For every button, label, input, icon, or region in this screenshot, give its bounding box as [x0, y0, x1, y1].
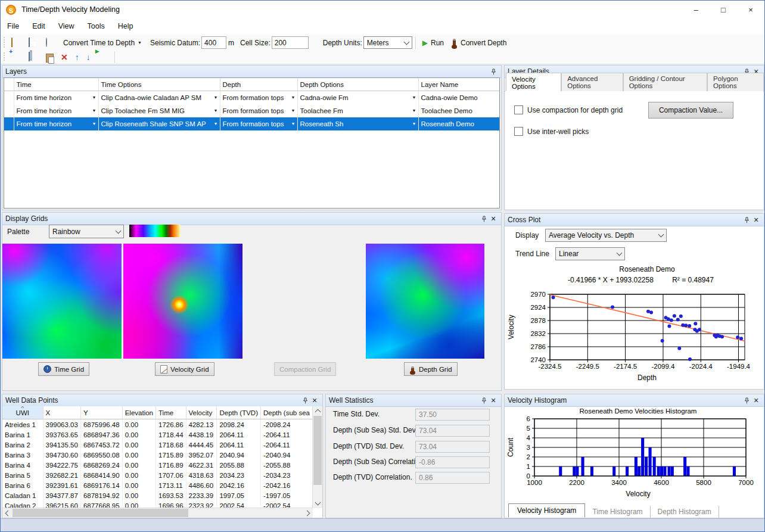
- checkbox-icon: [514, 127, 523, 136]
- scroll-right-icon[interactable]: [303, 508, 313, 518]
- scrollbar-thumb[interactable]: [13, 509, 188, 517]
- delete-layer-button[interactable]: ✕: [57, 50, 71, 64]
- table-row[interactable]: Caladan 1394377.876878194.920.001693.532…: [2, 490, 313, 500]
- depth-options-dropdown[interactable]: Cadna-owie Fm▼: [297, 91, 418, 105]
- copy-layer-button[interactable]: [25, 50, 42, 64]
- use-compaction-checkbox[interactable]: Use compaction for depth grid: [514, 105, 623, 114]
- row-selector[interactable]: [4, 104, 14, 117]
- close-panel-icon[interactable]: ×: [751, 396, 761, 405]
- menu-edit[interactable]: Edit: [26, 18, 52, 35]
- velocity-grid-button[interactable]: Velocity Grid: [155, 362, 214, 376]
- table-row[interactable]: Barina 2394135.506867453.720.001718.6844…: [2, 440, 313, 450]
- toolbar-grip[interactable]: [2, 52, 5, 61]
- tab-time-histogram[interactable]: Time Histogram: [585, 506, 650, 518]
- open-button[interactable]: [8, 36, 25, 50]
- tab-advanced-options[interactable]: Advanced Options: [561, 73, 623, 91]
- run-layer-button[interactable]: ▶: [94, 50, 111, 64]
- minimize-button[interactable]: –: [682, 1, 710, 18]
- scroll-up-icon[interactable]: [313, 406, 322, 416]
- layer-row[interactable]: From time horizon▼ Clip Toolachee Fm SM …: [4, 104, 500, 117]
- tab-depth-histogram[interactable]: Depth Histogram: [651, 506, 719, 518]
- paste-layer-button[interactable]: [42, 50, 57, 64]
- convert-time-to-depth-button[interactable]: Convert Time to Depth ▼: [60, 36, 145, 50]
- pin-icon[interactable]: [742, 215, 751, 225]
- menu-help[interactable]: Help: [111, 18, 140, 35]
- tab-gridding-contour-options[interactable]: Gridding / Contour Options: [623, 73, 707, 91]
- column-header-velocity[interactable]: Velocity: [186, 406, 217, 419]
- table-row[interactable]: Barina 5392682.216868414.900.001707.0643…: [2, 470, 313, 480]
- layer-row-selected[interactable]: From time horizon▼ Clip Roseneath Shale …: [4, 117, 500, 130]
- column-header-x[interactable]: X: [43, 406, 80, 419]
- column-header-depth-subsea[interactable]: Depth (sub sea: [260, 406, 312, 419]
- maximize-button[interactable]: □: [710, 1, 737, 18]
- display-value: Average Velocity vs. Depth: [549, 231, 634, 239]
- close-panel-icon[interactable]: ×: [489, 396, 498, 405]
- depth-options-dropdown[interactable]: Toolachee Fm▼: [297, 104, 418, 117]
- depth-dropdown[interactable]: From formation tops▼: [220, 91, 297, 105]
- add-layer-button[interactable]: +: [8, 50, 25, 64]
- layer-name-cell[interactable]: Toolachee Demo: [418, 104, 500, 117]
- cell-size-input[interactable]: 200: [272, 36, 309, 49]
- time-dropdown[interactable]: From time horizon▼: [14, 91, 98, 105]
- time-options-dropdown[interactable]: Clip Roseneath Shale SNP SM AP▼: [98, 117, 220, 130]
- convert-depth-button[interactable]: Convert Depth: [447, 36, 510, 50]
- tab-velocity-options[interactable]: Velocity Options: [506, 73, 561, 92]
- run-button[interactable]: ▶ Run: [419, 36, 447, 50]
- column-header-uwi[interactable]: ^UWI: [2, 406, 43, 419]
- scroll-left-icon[interactable]: [2, 508, 12, 518]
- tab-polygon-options[interactable]: Polygon Options: [707, 73, 764, 91]
- close-panel-icon[interactable]: ×: [489, 214, 498, 223]
- seismic-datum-input[interactable]: 400: [201, 36, 226, 49]
- pin-icon[interactable]: [479, 396, 489, 405]
- refresh-button[interactable]: [42, 36, 60, 50]
- display-select[interactable]: Average Velocity vs. Depth: [545, 229, 667, 242]
- menu-view[interactable]: View: [52, 18, 81, 35]
- palette-select[interactable]: Rainbow: [49, 225, 124, 238]
- depth-dropdown[interactable]: From formation tops▼: [220, 117, 297, 130]
- horizontal-scrollbar[interactable]: [2, 508, 313, 518]
- close-panel-icon[interactable]: ×: [751, 215, 761, 225]
- column-header-y[interactable]: Y: [80, 406, 122, 419]
- toolbar-grip[interactable]: [2, 37, 5, 48]
- trend-line-select[interactable]: Linear: [555, 247, 625, 260]
- time-dropdown[interactable]: From time horizon▼: [14, 104, 98, 117]
- layer-row[interactable]: From time horizon▼ Clip Cadna-owie Calad…: [4, 91, 500, 105]
- time-options-dropdown[interactable]: Clip Cadna-owie Caladan AP SM▼: [98, 91, 220, 105]
- table-row[interactable]: Atreides 1399063.036875996.480.001726.86…: [2, 419, 313, 430]
- layer-name-cell[interactable]: Cadna-owie Demo: [418, 91, 500, 105]
- save-button[interactable]: [25, 36, 42, 50]
- table-row[interactable]: Barina 4394222.756868269.240.001716.8946…: [2, 460, 313, 470]
- vertical-scrollbar[interactable]: [312, 406, 322, 508]
- row-selector[interactable]: [4, 117, 14, 130]
- pin-icon[interactable]: [742, 396, 751, 405]
- time-options-dropdown[interactable]: Clip Toolachee Fm SM MIG▼: [98, 104, 220, 117]
- layer-name-cell[interactable]: Roseneath Demo: [418, 117, 500, 130]
- depth-options-dropdown[interactable]: Roseneath Sh▼: [297, 117, 418, 130]
- table-row[interactable]: Barina 1393763.656868947.360.001718.4444…: [2, 430, 313, 440]
- menu-tools[interactable]: Tools: [81, 18, 111, 35]
- pin-icon[interactable]: [300, 396, 310, 405]
- scroll-down-icon[interactable]: [313, 499, 322, 508]
- compaction-value-button[interactable]: Compaction Value...: [648, 102, 733, 119]
- time-dropdown[interactable]: From time horizon▼: [14, 117, 98, 130]
- pin-icon[interactable]: [489, 67, 498, 76]
- depth-grid-button[interactable]: Depth Grid: [404, 362, 458, 376]
- close-button[interactable]: ×: [737, 1, 764, 18]
- time-grid-button[interactable]: Time Grid: [38, 362, 89, 376]
- column-header-time[interactable]: Time: [156, 406, 186, 419]
- depth-units-select[interactable]: Meters: [363, 36, 412, 49]
- column-header-depth-tvd[interactable]: Depth (TVD): [217, 406, 261, 419]
- scrollbar-thumb[interactable]: [313, 416, 322, 485]
- depth-dropdown[interactable]: From formation tops▼: [220, 104, 297, 117]
- pin-icon[interactable]: [479, 214, 489, 223]
- tab-velocity-histogram[interactable]: Velocity Histogram: [508, 503, 585, 518]
- move-up-button[interactable]: ↑: [71, 50, 83, 64]
- menu-file[interactable]: File: [1, 18, 26, 35]
- move-down-button[interactable]: ↓: [83, 50, 94, 64]
- table-row[interactable]: Barina 3394730.606869550.080.001715.8939…: [2, 450, 313, 460]
- column-header-elevation[interactable]: Elevation: [122, 406, 156, 419]
- close-panel-icon[interactable]: ×: [310, 396, 319, 405]
- use-interwell-checkbox[interactable]: Use inter-well picks: [514, 127, 589, 136]
- table-row[interactable]: Barina 6392391.616869176.140.001713.1144…: [2, 480, 313, 490]
- row-selector[interactable]: [4, 91, 14, 105]
